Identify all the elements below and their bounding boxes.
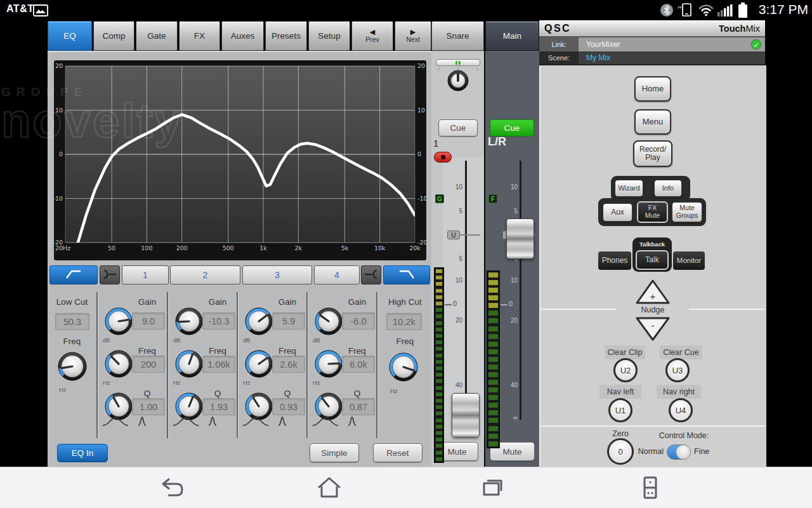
aux-button[interactable]: Aux — [602, 203, 633, 222]
tab-next[interactable]: ▶Next — [395, 21, 431, 51]
scene-row: Scene: My Mix — [539, 51, 765, 65]
monitor-button[interactable]: Monitor — [672, 250, 706, 271]
toggle-knob[interactable] — [676, 444, 691, 460]
tab-label: Prev — [365, 36, 379, 43]
tab-snare[interactable]: Snare — [431, 21, 484, 51]
clock: 3:17 PM — [759, 2, 808, 17]
control-mode-label: Control Mode: — [646, 431, 722, 440]
tab-setup[interactable]: Setup — [308, 21, 350, 51]
svg-text:20: 20 — [55, 62, 63, 69]
high-cut-freq-label: Freq — [377, 337, 433, 346]
record-play-button[interactable]: Record/ Play — [633, 140, 672, 167]
main-fader-handle[interactable] — [506, 218, 534, 259]
link-value: YourMixer — [586, 40, 620, 49]
channel-fader-handle[interactable] — [452, 393, 480, 438]
tab-fx[interactable]: FX — [179, 21, 220, 51]
main-mute-button[interactable]: Mute — [490, 442, 535, 461]
tab-presets[interactable]: Presets — [265, 21, 307, 51]
main-meter-zero-line — [501, 304, 508, 305]
svg-text:2k: 2k — [295, 244, 303, 251]
talk-button[interactable]: Talk — [636, 250, 669, 270]
main-cue-button[interactable]: Cue — [490, 119, 534, 137]
eq-in-button[interactable]: EQ In — [57, 444, 108, 462]
channel-meter-zero-line — [445, 304, 452, 305]
wizard-button[interactable]: Wizard — [614, 179, 644, 197]
svg-text:10: 10 — [417, 107, 425, 114]
channel-number-label: 1 — [433, 138, 438, 149]
user-button-u4[interactable]: U4 — [669, 398, 693, 422]
menu-button[interactable]: Menu — [634, 109, 671, 135]
clear-clip-label: Clear Clip — [605, 345, 645, 359]
link-label: Link: — [539, 37, 579, 51]
nav-left-label: Nav left — [599, 385, 641, 399]
info-button[interactable]: Info — [653, 179, 683, 197]
back-icon[interactable] — [159, 475, 187, 500]
prev-arrow-icon: ◀ — [370, 29, 375, 36]
eq-high-cut-section: High Cut 10.2k Freq Hz — [376, 292, 433, 438]
nudge-down-button[interactable]: - — [635, 316, 671, 342]
tab-comp[interactable]: Comp — [93, 21, 134, 51]
control-mode-toggle[interactable] — [667, 444, 691, 460]
touchmix-app-screen: AT&T 3:17 PM 2020101000-10-10-20-2020Hz5… — [0, 0, 812, 508]
main-fader-track — [520, 161, 521, 420]
dual-window-icon[interactable] — [636, 475, 664, 500]
touchmix-header: QSC TouchMix — [539, 20, 765, 37]
svg-text:0: 0 — [417, 150, 421, 157]
nudge-label: Nudge — [635, 305, 671, 314]
user-button-u2[interactable]: U2 — [613, 358, 638, 382]
channel-cue-button[interactable]: Cue — [438, 119, 478, 137]
svg-text:200: 200 — [176, 244, 188, 251]
battery-icon — [737, 2, 749, 18]
tab-prev[interactable]: ◀Prev — [351, 21, 393, 51]
mute-groups-button[interactable]: Mute Groups — [671, 201, 703, 223]
phones-button[interactable]: Phones — [597, 250, 632, 271]
divider-left — [540, 309, 617, 310]
svg-text:-10: -10 — [417, 195, 426, 202]
high-cut-value: 10.2k — [386, 313, 422, 330]
next-arrow-icon: ▶ — [410, 29, 416, 36]
channel-mute-button[interactable]: Mute — [436, 442, 478, 461]
tab-main[interactable]: Main — [485, 21, 539, 51]
pan-slider[interactable] — [436, 59, 480, 66]
footer-divider — [539, 425, 765, 427]
zero-button[interactable]: 0 — [607, 438, 634, 465]
record-arm-button[interactable] — [434, 152, 452, 163]
tab-gate[interactable]: Gate — [136, 21, 178, 51]
recents-icon[interactable] — [479, 475, 507, 500]
high-cut-freq-knob[interactable] — [389, 352, 418, 382]
low-cut-freq-knob[interactable] — [58, 352, 87, 381]
scene-value[interactable]: My Mix — [586, 53, 610, 62]
talkback-label: Talkback — [632, 241, 672, 248]
tab-eq[interactable]: EQ — [48, 21, 92, 51]
gate-active-badge: G — [435, 194, 444, 203]
tab-label: Next — [406, 36, 420, 43]
tab-auxes[interactable]: Auxes — [221, 21, 264, 51]
pan-knob[interactable] — [447, 70, 469, 91]
nudge-up-button[interactable]: + — [635, 278, 671, 305]
touchmix-logo: TouchMix — [719, 23, 760, 34]
qsc-logo: QSC — [544, 23, 571, 34]
reset-button[interactable]: Reset — [373, 443, 422, 462]
svg-text:20Hz: 20Hz — [55, 244, 70, 251]
user-button-u1[interactable]: U1 — [608, 398, 632, 422]
touchmix-logo-light: Mix — [745, 23, 760, 34]
fx-mute-button[interactable]: FX Mute — [637, 201, 668, 223]
user-button-u3[interactable]: U3 — [665, 358, 690, 382]
main-me​ter-zero-label: 0 — [509, 300, 513, 307]
home-button[interactable]: Home — [634, 76, 671, 102]
nudge-plus-label: + — [635, 291, 671, 302]
carrier-label: AT&T — [6, 3, 34, 15]
high-cut-unit-label: Hz — [390, 387, 398, 394]
nudge-minus-label: - — [635, 320, 671, 331]
clear-cue-label: Clear Cue — [660, 345, 702, 359]
high-cut-label: High Cut — [377, 297, 433, 307]
home-icon[interactable] — [315, 475, 343, 500]
android-navbar — [0, 467, 812, 508]
svg-text:1k: 1k — [259, 244, 267, 251]
low-cut-freq-label: Freq — [48, 337, 96, 346]
device-icon — [678, 3, 693, 18]
simple-button[interactable]: Simple — [310, 443, 359, 462]
link-row: Link: YourMixer ✓ — [539, 37, 765, 51]
svg-text:20k: 20k — [409, 244, 421, 251]
svg-text:10: 10 — [55, 107, 63, 114]
